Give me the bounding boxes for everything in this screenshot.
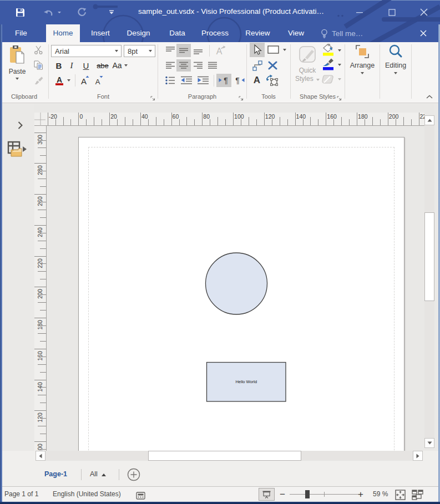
ruler-tick xyxy=(40,434,46,434)
scroll-right-button[interactable] xyxy=(413,451,423,461)
horizontal-scroll-thumb[interactable] xyxy=(148,451,301,461)
justify-button[interactable] xyxy=(206,59,219,72)
rectangle-tool-dropdown[interactable] xyxy=(281,47,288,53)
line-button[interactable] xyxy=(322,58,334,70)
decrease-indent-button[interactable] xyxy=(180,74,193,87)
tab-file[interactable]: File xyxy=(10,24,32,42)
increase-indent-button[interactable] xyxy=(196,74,210,87)
quick-styles-button[interactable]: Quick Styles xyxy=(294,43,321,89)
change-case-dropdown[interactable] xyxy=(123,61,129,70)
right-to-left-button[interactable]: ¶ xyxy=(232,74,246,87)
ribbon-group-clipboard: Paste Clipboard xyxy=(0,42,48,103)
bold-button[interactable]: B xyxy=(53,59,64,72)
connection-point-tool-button[interactable] xyxy=(266,59,279,72)
change-case-button[interactable]: Aa xyxy=(111,59,123,72)
tab-home[interactable]: Home xyxy=(46,24,80,42)
effects-button[interactable] xyxy=(321,73,335,85)
paragraph-dialog-launcher[interactable] xyxy=(239,94,244,99)
close-button[interactable] xyxy=(408,0,440,24)
collapse-ribbon-button[interactable] xyxy=(424,92,435,101)
ruler-tick xyxy=(40,325,46,326)
ruler-tick xyxy=(241,119,241,125)
align-top-button[interactable] xyxy=(164,44,176,57)
cut-button[interactable] xyxy=(33,45,44,55)
shape-circle[interactable] xyxy=(205,253,267,314)
zoom-slider-track[interactable] xyxy=(290,494,361,495)
line-dropdown[interactable] xyxy=(336,62,343,68)
drawing-canvas[interactable]: Hello World xyxy=(34,103,434,451)
align-middle-button[interactable] xyxy=(176,44,191,57)
align-right-button[interactable] xyxy=(192,59,204,72)
text-tool-button[interactable]: A xyxy=(251,74,263,87)
increase-font-size-button[interactable]: A xyxy=(79,74,91,87)
effects-dropdown[interactable] xyxy=(336,76,343,83)
tab-data[interactable]: Data xyxy=(160,24,194,42)
scroll-left-button[interactable] xyxy=(36,451,45,461)
italic-button[interactable]: I xyxy=(67,59,77,72)
font-color-button[interactable]: A xyxy=(53,74,65,87)
save-button[interactable] xyxy=(12,0,28,24)
minimize-button[interactable] xyxy=(343,0,376,24)
more-shapes-button[interactable] xyxy=(7,141,27,160)
language-status[interactable]: English (United States) xyxy=(53,487,121,502)
strikethrough-button[interactable]: abe xyxy=(95,59,110,72)
tab-view[interactable]: View xyxy=(280,24,312,42)
left-to-right-button[interactable]: ¶ xyxy=(216,74,231,87)
tell-me-box[interactable]: Tell me… xyxy=(321,24,363,42)
tab-design[interactable]: Design xyxy=(119,24,158,42)
fill-dropdown[interactable] xyxy=(336,47,343,54)
zoom-slider-thumb[interactable] xyxy=(305,490,310,498)
redo-button[interactable] xyxy=(74,0,89,24)
copy-button[interactable] xyxy=(33,60,44,71)
horizontal-scrollbar[interactable] xyxy=(36,451,423,461)
tab-process[interactable]: Process xyxy=(194,24,236,42)
undo-button[interactable] xyxy=(41,0,55,24)
underline-button[interactable]: U xyxy=(80,59,92,72)
page-count-status[interactable]: Page 1 of 1 xyxy=(4,487,38,502)
tab-review[interactable]: Review xyxy=(237,24,279,42)
fill-button[interactable] xyxy=(322,44,334,56)
tab-insert[interactable]: Insert xyxy=(82,24,119,42)
format-painter-button[interactable] xyxy=(33,75,44,85)
document-close-button[interactable] xyxy=(416,24,431,42)
decrease-font-size-button[interactable]: A xyxy=(93,74,105,87)
align-center-button[interactable] xyxy=(176,59,191,72)
line-icon xyxy=(322,58,334,70)
zoom-in-button[interactable]: + xyxy=(358,487,363,502)
undo-dropdown[interactable] xyxy=(55,0,63,24)
insert-page-button[interactable] xyxy=(127,468,140,483)
bullets-button[interactable] xyxy=(164,74,176,87)
paste-dropdown-arrow xyxy=(16,78,19,80)
font-size-dropdown-arrow xyxy=(149,50,152,52)
zoom-out-button[interactable]: − xyxy=(280,487,285,502)
arrange-button[interactable]: Arrange xyxy=(348,43,376,89)
text-rotate-button[interactable]: A xyxy=(214,44,227,57)
font-size-combobox[interactable]: 8pt xyxy=(124,45,155,57)
ruler-label: 80 xyxy=(203,113,210,120)
zoom-level-button[interactable]: 59 % xyxy=(373,487,388,502)
expand-shapes-panel-button[interactable] xyxy=(18,121,23,131)
align-bottom-button[interactable] xyxy=(192,44,204,57)
pointer-tool-button[interactable] xyxy=(250,43,265,57)
connector-tool-button[interactable] xyxy=(251,59,264,72)
maximize-button[interactable] xyxy=(376,0,408,24)
ruler-tick xyxy=(63,117,64,125)
vertical-scrollbar[interactable] xyxy=(424,115,434,448)
align-left-button[interactable] xyxy=(164,59,176,72)
free-transform-tool-button[interactable] xyxy=(265,74,279,87)
font-color-dropdown[interactable] xyxy=(65,74,72,87)
scroll-down-button[interactable] xyxy=(424,438,434,448)
vertical-scroll-thumb[interactable] xyxy=(424,212,434,301)
shape-styles-dialog-launcher[interactable] xyxy=(337,94,342,99)
paste-button[interactable]: Paste xyxy=(4,45,30,87)
font-dialog-launcher[interactable] xyxy=(150,94,156,99)
font-name-combobox[interactable]: Arial xyxy=(51,45,122,57)
page-tab-page-1[interactable]: Page-1 xyxy=(44,470,67,478)
drawing-workspace: Hello World -200204060801001201401601802… xyxy=(0,103,440,451)
connector-tool-icon xyxy=(252,60,263,71)
editing-button[interactable]: Editing xyxy=(382,43,409,89)
scroll-up-button[interactable] xyxy=(424,115,434,125)
all-pages-button[interactable]: All xyxy=(90,470,106,478)
presentation-mode-button[interactable] xyxy=(259,488,275,501)
rectangle-tool-button[interactable] xyxy=(267,44,279,54)
